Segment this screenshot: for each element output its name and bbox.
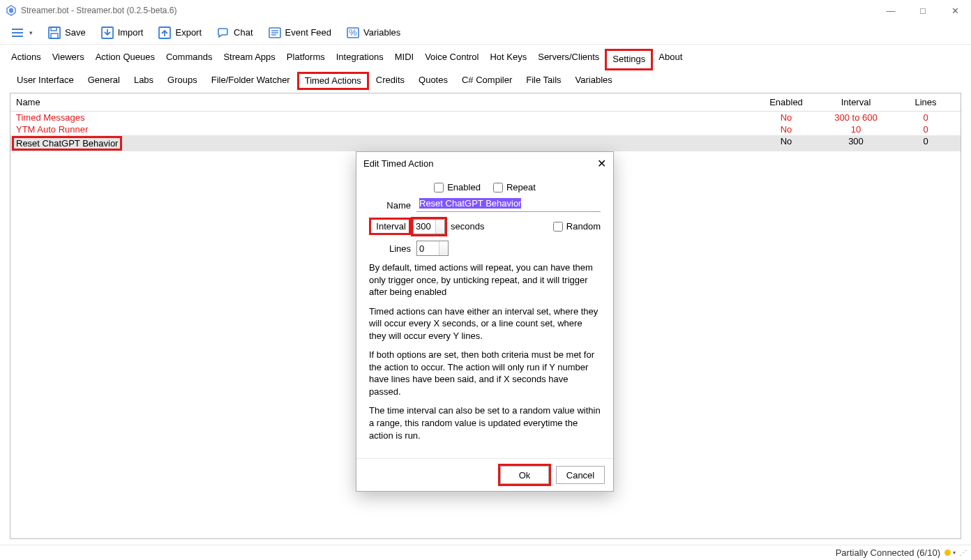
save-label: Save	[65, 27, 86, 38]
table-row[interactable]: YTM Auto RunnerNo100	[10, 123, 961, 135]
titlebar: Streamer.bot - Streamer.bot (0.2.5-beta.…	[0, 0, 971, 21]
tab-servers-clients[interactable]: Servers/Clients	[532, 49, 605, 70]
cell-enabled: No	[751, 112, 821, 123]
minimize-button[interactable]: ―	[875, 0, 907, 21]
col-interval[interactable]: Interval	[821, 93, 891, 111]
cell-name: YTM Auto Runner	[10, 123, 751, 135]
edit-timed-action-dialog: Edit Timed Action ✕ Enabled Repeat Name …	[356, 151, 614, 492]
maximize-button[interactable]: □	[907, 0, 939, 21]
cell-lines: 0	[891, 123, 961, 135]
table-row[interactable]: Timed MessagesNo300 to 6000	[10, 112, 961, 123]
tab-settings[interactable]: Settings	[605, 49, 653, 70]
svg-rect-7	[51, 33, 58, 38]
import-label: Import	[118, 27, 144, 38]
lines-input[interactable]: 0▲▼	[416, 241, 449, 256]
subtab-file-folder-watcher[interactable]: File/Folder Watcher	[204, 72, 297, 89]
subtab-c-compiler[interactable]: C# Compiler	[455, 72, 519, 89]
name-label: Name	[369, 200, 411, 211]
variables-label: Variables	[363, 27, 400, 38]
cell-lines: 0	[891, 112, 961, 123]
lines-label: Lines	[369, 243, 411, 254]
tab-viewers[interactable]: Viewers	[47, 49, 90, 70]
interval-unit: seconds	[451, 221, 484, 232]
subtab-general[interactable]: General	[81, 72, 127, 89]
variables-button[interactable]: % Variables	[343, 24, 403, 42]
enabled-checkbox[interactable]: Enabled	[434, 182, 481, 192]
table-row[interactable]: Reset ChatGPT BehaviorNo3000	[10, 135, 961, 151]
close-button[interactable]: ✕	[939, 0, 971, 21]
eventfeed-label: Event Feed	[285, 27, 332, 38]
dialog-title: Edit Timed Action	[363, 158, 433, 169]
tab-hot-keys[interactable]: Hot Keys	[484, 49, 532, 70]
subtab-file-tails[interactable]: File Tails	[519, 72, 568, 89]
import-button[interactable]: Import	[97, 24, 146, 42]
export-button[interactable]: Export	[154, 24, 204, 42]
dialog-titlebar: Edit Timed Action ✕	[356, 152, 613, 175]
tab-voice-control[interactable]: Voice Control	[419, 49, 484, 70]
cell-interval: 300	[821, 135, 891, 151]
svg-marker-1	[9, 8, 13, 13]
dialog-close-button[interactable]: ✕	[597, 157, 606, 170]
tab-commands[interactable]: Commands	[160, 49, 218, 70]
subtab-quotes[interactable]: Quotes	[412, 72, 455, 89]
resize-grip-icon[interactable]: ⋰	[960, 549, 967, 557]
cancel-button[interactable]: Cancel	[556, 466, 605, 484]
tab-platforms[interactable]: Platforms	[281, 49, 331, 70]
chat-label: Chat	[234, 27, 253, 38]
subtab-user-interface[interactable]: User Interface	[10, 72, 81, 89]
settings-subtabs: User InterfaceGeneralLabsGroupsFile/Fold…	[0, 72, 971, 90]
svg-rect-6	[51, 27, 57, 31]
chat-button[interactable]: Chat	[213, 24, 255, 42]
cell-enabled: No	[751, 123, 821, 135]
subtab-variables[interactable]: Variables	[569, 72, 619, 89]
repeat-checkbox[interactable]: Repeat	[493, 182, 536, 192]
tab-actions[interactable]: Actions	[6, 49, 47, 70]
status-bar: Partially Connected (6/10) ▾ ⋰	[0, 545, 971, 560]
tab-action-queues[interactable]: Action Queues	[90, 49, 160, 70]
interval-label: Interval	[369, 218, 411, 235]
subtab-timed-actions[interactable]: Timed Actions	[297, 72, 369, 90]
ok-button[interactable]: Ok	[500, 466, 549, 484]
cell-lines: 0	[891, 135, 961, 151]
cell-interval: 300 to 600	[821, 112, 891, 123]
random-checkbox[interactable]: Random	[553, 221, 601, 232]
table-header: Name Enabled Interval Lines	[10, 93, 961, 112]
app-logo-icon	[6, 5, 17, 16]
svg-text:%: %	[349, 27, 357, 38]
cell-enabled: No	[751, 135, 821, 151]
interval-input[interactable]: 300▲▼	[413, 219, 445, 234]
save-button[interactable]: Save	[44, 24, 89, 42]
cell-name: Timed Messages	[10, 112, 751, 123]
eventfeed-button[interactable]: Event Feed	[264, 24, 335, 42]
tab-about[interactable]: About	[653, 49, 688, 70]
main-tabs: ActionsViewersAction QueuesCommandsStrea…	[0, 45, 971, 70]
col-lines[interactable]: Lines	[891, 93, 961, 111]
col-name[interactable]: Name	[10, 93, 751, 111]
cell-interval: 10	[821, 123, 891, 135]
connection-status[interactable]: Partially Connected (6/10)	[836, 547, 940, 558]
chevron-down-icon[interactable]: ▾	[953, 550, 956, 556]
tab-integrations[interactable]: Integrations	[331, 49, 389, 70]
status-dot-icon	[944, 550, 951, 556]
tab-stream-apps[interactable]: Stream Apps	[218, 49, 280, 70]
name-input[interactable]: Reset ChatGPT Behavior	[416, 198, 601, 212]
subtab-credits[interactable]: Credits	[369, 72, 412, 89]
col-enabled[interactable]: Enabled	[751, 93, 821, 111]
cell-name: Reset ChatGPT Behavior	[10, 135, 751, 151]
toolbar: ▾ Save Import Export Chat Event Feed % V…	[0, 21, 971, 45]
subtab-groups[interactable]: Groups	[160, 72, 204, 89]
menu-button[interactable]: ▾	[7, 24, 36, 42]
tab-midi[interactable]: MIDI	[389, 49, 419, 70]
export-label: Export	[175, 27, 202, 38]
window-title: Streamer.bot - Streamer.bot (0.2.5-beta.…	[21, 6, 176, 15]
subtab-labs[interactable]: Labs	[127, 72, 160, 89]
help-text: By default, timed actions will repeat, y…	[369, 262, 601, 441]
chevron-down-icon: ▾	[29, 29, 33, 36]
